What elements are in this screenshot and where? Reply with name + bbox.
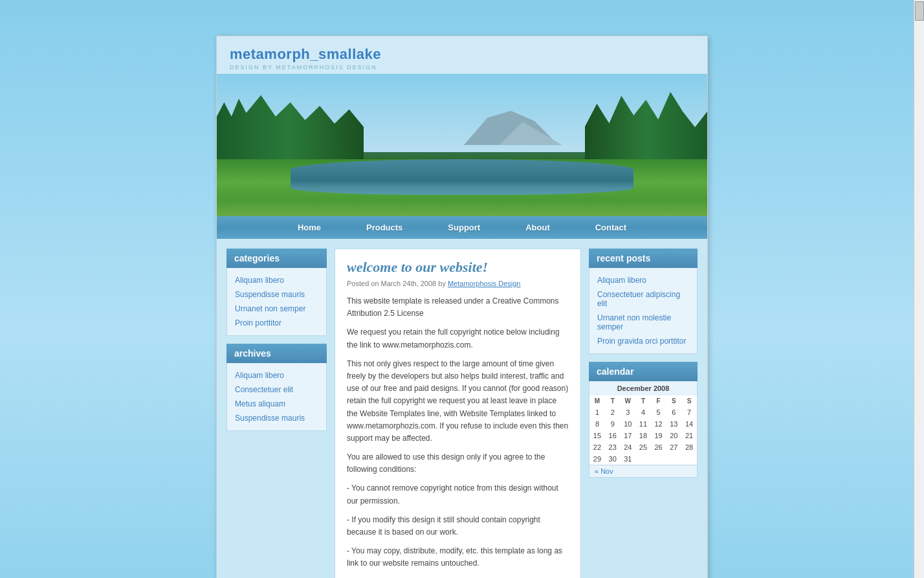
post-para-0: This website template is released under … xyxy=(347,295,569,320)
cal-cell-1-5: 13 xyxy=(666,418,681,430)
archives-content: Aliquam libero Consectetuer elit Metus a… xyxy=(226,363,327,431)
post-body: This website template is released under … xyxy=(347,295,569,578)
site-header: metamorph_smallake DESIGN BY METAMORPHOS… xyxy=(217,36,707,216)
sidebar-left: categories Aliquam libero Suspendisse ma… xyxy=(226,249,327,578)
cal-cell-1-3: 11 xyxy=(635,418,651,430)
cal-cell-0-0: 1 xyxy=(589,406,605,418)
archives-title: archives xyxy=(226,344,327,363)
categories-title: categories xyxy=(226,249,327,268)
recent-posts-content: Aliquam libero Consectetuer adipiscing e… xyxy=(589,268,698,354)
cal-cell-2-6: 21 xyxy=(681,430,697,441)
cal-header-6: S xyxy=(681,395,697,406)
category-link-0[interactable]: Aliquam libero xyxy=(235,273,318,287)
cal-cell-3-1: 23 xyxy=(605,441,621,453)
cal-cell-4-0: 29 xyxy=(589,453,605,465)
archive-link-2[interactable]: Metus aliquam xyxy=(235,397,318,411)
recent-posts-title: recent posts xyxy=(589,249,698,268)
cal-cell-2-4: 19 xyxy=(651,430,666,441)
site-title: metamorph_smallake xyxy=(230,46,694,63)
post-para-3: You are allowed to use this design only … xyxy=(347,451,569,476)
cal-cell-3-0: 22 xyxy=(589,441,605,453)
cal-cell-3-6: 28 xyxy=(681,441,697,453)
categories-content: Aliquam libero Suspendisse mauris Urnane… xyxy=(226,268,327,336)
cal-header-4: F xyxy=(651,395,666,406)
cal-cell-0-3: 4 xyxy=(635,406,651,418)
calendar-box: calendar December 2008 M T W T F S S xyxy=(589,362,698,478)
header-image xyxy=(217,74,707,216)
nav-item-home[interactable]: Home xyxy=(275,216,344,239)
site-subtitle: DESIGN BY METAMORPHOSIS DESIGN xyxy=(230,64,694,71)
cal-cell-4-5 xyxy=(666,453,681,465)
cal-header-3: T xyxy=(635,395,651,406)
sidebar-right: recent posts Aliquam libero Consectetuer… xyxy=(589,249,698,578)
recent-post-2[interactable]: Urnanet non molestie semper xyxy=(597,311,689,334)
cal-cell-2-1: 16 xyxy=(605,430,621,441)
content-area: categories Aliquam libero Suspendisse ma… xyxy=(217,239,707,578)
post-para-2: This not only gives respect to the large… xyxy=(347,358,569,445)
recent-post-0[interactable]: Aliquam libero xyxy=(597,273,689,287)
nav-item-contact[interactable]: Contact xyxy=(573,216,649,239)
cal-cell-2-3: 18 xyxy=(635,430,651,441)
post-meta: Posted on March 24th, 2008 by Metamorpho… xyxy=(347,280,569,287)
cal-cell-0-1: 2 xyxy=(605,406,621,418)
cal-cell-4-4 xyxy=(651,453,666,465)
main-nav: Home Products Support About Contact xyxy=(217,216,707,239)
cal-cell-2-5: 20 xyxy=(666,430,681,441)
cal-cell-0-4: 5 xyxy=(651,406,666,418)
recent-post-1[interactable]: Consectetuer adipiscing elit xyxy=(597,287,689,311)
post-para-6: - You may copy, distribute, modify, etc.… xyxy=(347,545,569,570)
post-author-link[interactable]: Metamorphosis Design xyxy=(448,280,521,287)
cal-cell-1-6: 14 xyxy=(681,418,697,430)
cal-cell-2-2: 17 xyxy=(621,430,636,441)
cal-cell-1-4: 12 xyxy=(651,418,666,430)
post-para-4: - You cannot remove copyright notice fro… xyxy=(347,482,569,507)
cal-cell-4-1: 30 xyxy=(605,453,621,465)
cal-header-5: S xyxy=(666,395,681,406)
nav-item-about[interactable]: About xyxy=(503,216,573,239)
cal-cell-4-6 xyxy=(681,453,697,465)
nav-item-support[interactable]: Support xyxy=(425,216,503,239)
cal-cell-0-5: 6 xyxy=(666,406,681,418)
cal-cell-3-5: 27 xyxy=(666,441,681,453)
cal-cell-4-3 xyxy=(635,453,651,465)
category-link-2[interactable]: Urnanet non semper xyxy=(235,302,318,316)
archive-link-0[interactable]: Aliquam libero xyxy=(235,368,318,383)
cal-header-2: W xyxy=(621,395,636,406)
cal-header-1: T xyxy=(605,395,621,406)
category-link-1[interactable]: Suspendisse mauris xyxy=(235,287,318,302)
calendar-month: December 2008 xyxy=(589,381,698,395)
cal-cell-0-2: 3 xyxy=(621,406,636,418)
main-content: welcome to our website! Posted on March … xyxy=(335,249,581,578)
cal-cell-2-0: 15 xyxy=(589,430,605,441)
calendar-title: calendar xyxy=(589,362,698,381)
recent-post-3[interactable]: Proin gravida orci porttitor xyxy=(597,334,689,348)
post-para-5: - If you modify this design it still sho… xyxy=(347,514,569,539)
cal-cell-3-2: 24 xyxy=(621,441,636,453)
post-para-1: We request you retain the full copyright… xyxy=(347,326,569,351)
category-link-3[interactable]: Proin porttitor xyxy=(235,316,318,330)
cal-header-0: M xyxy=(589,395,605,406)
post-title: welcome to our website! xyxy=(347,259,569,276)
cal-cell-0-6: 7 xyxy=(681,406,697,418)
recent-posts-box: recent posts Aliquam libero Consectetuer… xyxy=(589,249,698,354)
archives-box: archives Aliquam libero Consectetuer eli… xyxy=(226,344,327,431)
cal-cell-1-0: 8 xyxy=(589,418,605,430)
cal-cell-3-4: 26 xyxy=(651,441,666,453)
cal-cell-1-2: 10 xyxy=(621,418,636,430)
categories-box: categories Aliquam libero Suspendisse ma… xyxy=(226,249,327,336)
nav-item-products[interactable]: Products xyxy=(344,216,425,239)
cal-cell-1-1: 9 xyxy=(605,418,621,430)
calendar-prev-link[interactable]: « Nov xyxy=(589,465,698,478)
cal-cell-4-2: 31 xyxy=(621,453,636,465)
cal-cell-3-3: 25 xyxy=(635,441,651,453)
archive-link-1[interactable]: Consectetuer elit xyxy=(235,383,318,397)
calendar-table: M T W T F S S 12345678910111213141516171… xyxy=(589,395,698,465)
archive-link-3[interactable]: Suspendisse mauris xyxy=(235,411,318,425)
